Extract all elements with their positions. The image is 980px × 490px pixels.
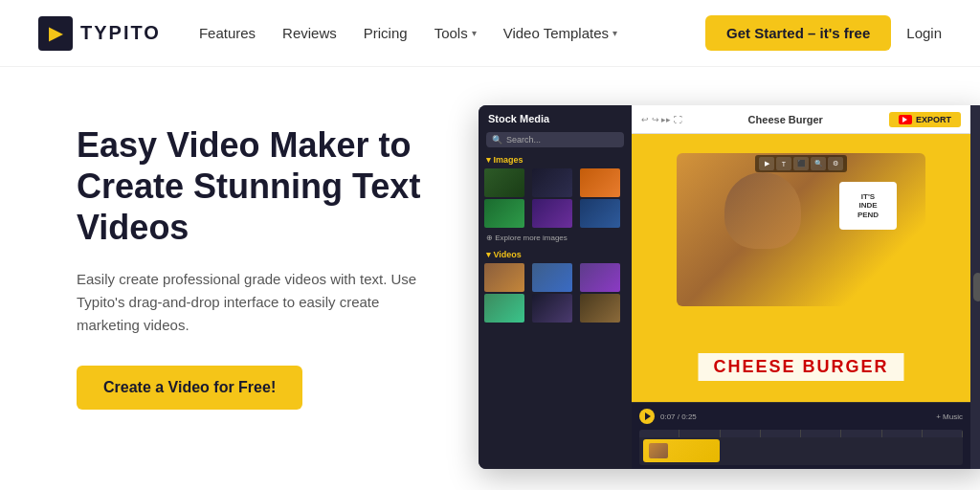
right-sidebar xyxy=(970,105,980,469)
ruler-tick xyxy=(841,430,881,437)
scroll-indicator[interactable] xyxy=(973,273,980,301)
navigation: ▶ TYPITO Features Reviews Pricing Tools … xyxy=(0,0,980,67)
nav-features[interactable]: Features xyxy=(199,25,256,41)
clip-thumbnail xyxy=(649,443,668,458)
search-icon: 🔍 xyxy=(492,135,502,145)
video-thumb[interactable] xyxy=(532,294,572,323)
timeline-clip[interactable] xyxy=(643,439,720,462)
image-grid xyxy=(479,167,632,230)
yt-play-icon xyxy=(902,117,907,122)
ruler-tick xyxy=(761,430,801,437)
video-thumb[interactable] xyxy=(580,294,620,323)
youtube-icon xyxy=(899,115,912,124)
nav-pricing[interactable]: Pricing xyxy=(364,25,408,41)
ruler-tick xyxy=(801,430,841,437)
nav-video-templates[interactable]: Video Templates ▾ xyxy=(503,25,617,41)
nav-links: Features Reviews Pricing Tools ▾ Video T… xyxy=(199,25,705,41)
play-icon xyxy=(645,412,651,420)
media-search-bar[interactable]: 🔍 Search... xyxy=(486,132,624,147)
videos-section-label: ▾ Videos xyxy=(479,246,632,261)
image-thumb[interactable] xyxy=(484,168,524,197)
sidebar-header: Stock Media xyxy=(479,105,632,128)
ruler-tick xyxy=(923,430,963,437)
image-thumb[interactable] xyxy=(580,168,620,197)
toolbar-icon[interactable]: ⬛ xyxy=(793,157,809,170)
logo[interactable]: ▶ TYPITO xyxy=(38,16,161,51)
video-thumb[interactable] xyxy=(484,294,524,323)
images-section-label: ▾ Images xyxy=(479,151,632,167)
video-thumb[interactable] xyxy=(532,263,572,292)
ruler-tick xyxy=(679,430,720,437)
image-thumb[interactable] xyxy=(580,199,620,228)
toolbar-icon[interactable]: T xyxy=(776,157,791,170)
canvas-title: Cheese Burger xyxy=(748,114,823,125)
logo-icon: ▶ xyxy=(38,16,73,51)
image-thumb[interactable] xyxy=(532,168,572,197)
play-button[interactable] xyxy=(639,409,655,424)
toolbar-icon[interactable]: ⚙ xyxy=(828,157,843,170)
ruler-tick xyxy=(721,430,761,437)
toolbar-icon[interactable]: ▶ xyxy=(759,157,774,170)
nav-actions: Get Started – it's free Login xyxy=(705,15,942,51)
text-overlay[interactable]: CHEESE BURGER xyxy=(696,351,905,383)
image-thumb[interactable] xyxy=(532,199,572,228)
login-button[interactable]: Login xyxy=(906,25,942,41)
hero-title: Easy Video Maker to Create Stunning Text… xyxy=(77,124,440,249)
app-screenshot: Stock Media 🔍 Search... ▾ Images xyxy=(479,105,980,469)
ruler-tick xyxy=(882,430,923,437)
ruler-tick xyxy=(639,430,679,437)
nav-tools[interactable]: Tools ▾ xyxy=(434,25,477,41)
hero-app-mockup: Stock Media 🔍 Search... ▾ Images xyxy=(479,105,980,490)
timeline-track[interactable] xyxy=(639,430,963,465)
overlay-text: CHEESE BURGER xyxy=(713,357,888,376)
time-display: 0:07 / 0:25 xyxy=(660,412,697,421)
timeline-ruler xyxy=(639,430,963,437)
canvas-topbar: ↩ ↪ ▸▸ ⛶ Cheese Burger EXPORT xyxy=(632,105,970,134)
templates-dropdown-arrow: ▾ xyxy=(612,28,617,38)
hero-content: Easy Video Maker to Create Stunning Text… xyxy=(77,105,440,410)
tools-dropdown-arrow: ▾ xyxy=(472,28,477,38)
get-started-button[interactable]: Get Started – it's free xyxy=(705,15,891,51)
video-grid xyxy=(479,261,632,324)
export-button[interactable]: EXPORT xyxy=(889,112,961,127)
app-main-area: Stock Media 🔍 Search... ▾ Images xyxy=(479,105,980,469)
canvas-toolbar: ▶ T ⬛ 🔍 ⚙ xyxy=(755,155,847,172)
hero-cta-button[interactable]: Create a Video for Free! xyxy=(77,366,302,410)
image-thumb[interactable] xyxy=(484,199,524,228)
canvas-area: ↩ ↪ ▸▸ ⛶ Cheese Burger EXPORT xyxy=(632,105,970,469)
add-music-button[interactable]: + Music xyxy=(936,412,963,421)
nav-reviews[interactable]: Reviews xyxy=(282,25,337,41)
timeline-area: 0:07 / 0:25 + Music xyxy=(632,402,970,469)
video-thumb[interactable] xyxy=(580,263,620,292)
explore-images-link[interactable]: ⊕ Explore more images xyxy=(479,230,632,246)
hero-section: Easy Video Maker to Create Stunning Text… xyxy=(0,67,980,490)
stock-media-sidebar: Stock Media 🔍 Search... ▾ Images xyxy=(479,105,632,469)
video-thumb[interactable] xyxy=(484,263,524,292)
logo-text: TYPITO xyxy=(80,22,161,44)
canvas-content[interactable]: IT'SINDEPEND ▶ T ⬛ 🔍 ⚙ xyxy=(632,134,970,402)
hero-description: Easily create professional grade videos … xyxy=(77,268,440,337)
toolbar-icon[interactable]: 🔍 xyxy=(811,157,826,170)
burger-scene: IT'SINDEPEND ▶ T ⬛ 🔍 ⚙ xyxy=(632,134,970,402)
timeline-controls: 0:07 / 0:25 + Music xyxy=(632,403,970,430)
